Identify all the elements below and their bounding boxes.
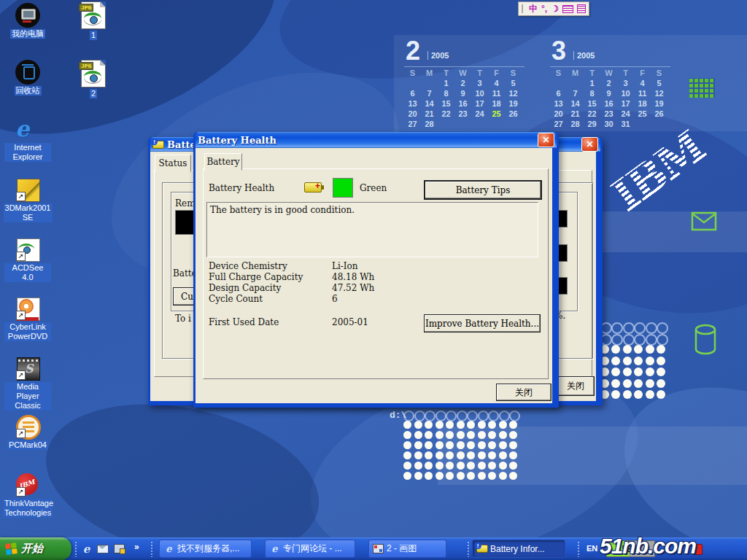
decor-dot xyxy=(414,421,422,429)
decor-dot xyxy=(425,451,433,459)
dialog-title: Battery Health xyxy=(198,135,535,146)
taskbar-button[interactable]: Battery Infor... xyxy=(472,540,565,558)
battery-health-dialog[interactable]: Battery Health ✕ Battery Battery Health … xyxy=(193,132,559,408)
decor-dot xyxy=(478,441,486,449)
ime-width-mode-icon[interactable]: ☽ xyxy=(551,3,559,15)
ime-softkeyboard-icon[interactable] xyxy=(562,5,573,13)
desktop-icon-pcmark04[interactable]: ↗ PCMark04 xyxy=(4,414,51,450)
decor-dot xyxy=(623,357,632,365)
tab-status[interactable]: Status xyxy=(155,155,191,172)
health-status-text: Green xyxy=(360,183,387,193)
decor-dot xyxy=(657,390,665,399)
decor-dot xyxy=(436,451,444,459)
desktop-icon-thinkvantage[interactable]: IBM↗ ThinkVantage Technologies xyxy=(4,472,51,518)
desktop-icon-recycle-bin[interactable]: 回收站 xyxy=(4,60,51,96)
decor-dot xyxy=(634,379,643,388)
calendar-day-header: M xyxy=(567,69,584,79)
calendar-day: 16 xyxy=(600,99,617,109)
decor-dot xyxy=(425,411,436,421)
calendar-day: 16 xyxy=(454,99,471,109)
taskbar-button[interactable]: 2 - 画图 xyxy=(368,540,446,558)
dialog-titlebar[interactable]: Battery Health ✕ xyxy=(196,132,557,148)
calendar-day xyxy=(421,79,438,89)
ime-language-icon[interactable]: 中 xyxy=(529,3,538,15)
battery-tips-button[interactable]: Battery Tips xyxy=(424,180,542,200)
desktop-icon-powerdvd[interactable]: ↗ CyberLink PowerDVD xyxy=(4,296,51,341)
health-status-swatch xyxy=(333,178,353,198)
desktop-icon-my-computer[interactable]: 我的电脑 xyxy=(4,3,51,39)
decor-dot xyxy=(414,441,422,449)
battery-health-icon xyxy=(304,182,322,192)
ime-punctuation-icon[interactable]: °, xyxy=(541,3,547,15)
calendar-day xyxy=(505,120,522,130)
calendar-day xyxy=(454,120,471,130)
calendar-day: 22 xyxy=(438,109,454,120)
calendar-day: 2 xyxy=(600,79,617,89)
decor-dot xyxy=(467,451,475,459)
calendar-day-header: S xyxy=(505,69,522,79)
watermark-51nb: 51nb.com xyxy=(600,534,696,559)
decor-dot xyxy=(509,411,520,421)
decor-dot xyxy=(657,334,668,346)
calendar-day-header: W xyxy=(454,69,471,79)
calendar-day-header: T xyxy=(438,69,454,79)
decor-dot xyxy=(499,441,507,449)
desktop-icon-jpg-1[interactable]: JPG 1 xyxy=(70,1,117,40)
desktop-icon-acdsee[interactable]: ↗ ACDSee 4.0 xyxy=(4,237,51,282)
decor-dot xyxy=(436,441,444,449)
close-button[interactable]: ✕ xyxy=(538,133,554,147)
tab-battery[interactable]: Battery xyxy=(204,153,242,171)
quicklaunch-show-desktop-icon[interactable] xyxy=(113,542,125,555)
calendar-day: 17 xyxy=(617,99,634,109)
desktop-icon-media-player-classic[interactable]: ↗ Media Player Classic xyxy=(4,356,51,411)
decor-dot xyxy=(425,441,433,449)
taskbar-separator xyxy=(151,540,153,557)
calendar-day: 14 xyxy=(567,99,584,109)
calendar-day: 5 xyxy=(651,79,667,89)
ime-toolbar[interactable]: 中 °, ☽ xyxy=(518,1,589,16)
start-button[interactable]: 开始 xyxy=(0,537,71,560)
decor-dot xyxy=(446,411,457,421)
close-window-button[interactable]: 关闭 xyxy=(557,376,595,396)
decor-dot xyxy=(611,322,623,334)
improve-battery-health-button[interactable]: Improve Battery Health... xyxy=(424,314,541,332)
language-indicator[interactable]: EN xyxy=(587,544,597,553)
page-fold xyxy=(100,1,106,7)
decor-dot xyxy=(467,441,475,449)
calendar-day: 12 xyxy=(651,89,667,99)
taskbar-button[interactable]: e专门网论坛 - ... xyxy=(265,540,355,558)
calendar-day: 2 xyxy=(454,79,471,89)
decor-dot xyxy=(499,462,507,470)
calendar-header: 22005 xyxy=(404,42,525,66)
decor-dot xyxy=(657,368,665,376)
decor-dot xyxy=(403,462,411,470)
desktop-icon-jpg-2[interactable]: JPG 2 xyxy=(70,60,117,98)
calendar-day: 10 xyxy=(617,89,634,99)
recycle-bin-icon xyxy=(15,60,40,85)
quicklaunch-mail-icon[interactable] xyxy=(96,542,109,555)
close-button[interactable]: ✕ xyxy=(581,137,598,152)
taskbar-button[interactable]: e找不到服务器,... xyxy=(159,540,252,558)
quicklaunch-overflow-chevron[interactable]: » xyxy=(134,542,139,552)
battery-info-row: Device ChemistryLi-Ion xyxy=(209,261,374,272)
desktop-icon-label: Media Player Classic xyxy=(4,382,51,411)
close-dialog-button[interactable]: 关闭 xyxy=(496,384,551,401)
decor-dot xyxy=(623,390,632,399)
ime-menu-icon[interactable] xyxy=(577,4,586,13)
taskbar-separator xyxy=(578,540,580,557)
calendar-header-row: SMTWTFS xyxy=(550,69,670,79)
desktop-icon-3dmark2001[interactable]: ↗ 3DMark2001 SE xyxy=(4,177,51,222)
info-row-value: 48.18 Wh xyxy=(332,272,374,283)
decor-dot xyxy=(446,421,454,429)
ime-drag-handle[interactable] xyxy=(522,4,525,13)
internet-explorer-icon: e xyxy=(15,117,40,141)
taskbar-button-label: Battery Infor... xyxy=(490,544,545,554)
calendar-day xyxy=(567,79,584,89)
taskbar-separator xyxy=(468,540,470,557)
quicklaunch-ie-icon[interactable]: e xyxy=(80,542,93,555)
decor-dot xyxy=(488,421,496,429)
battery-info-row: Design Capacity47.52 Wh xyxy=(209,283,374,294)
3dmark-icon: ↗ xyxy=(15,177,40,202)
desktop-icon-internet-explorer[interactable]: e Internet Explorer xyxy=(4,117,51,162)
info-row-value: Li-Ion xyxy=(332,261,358,272)
